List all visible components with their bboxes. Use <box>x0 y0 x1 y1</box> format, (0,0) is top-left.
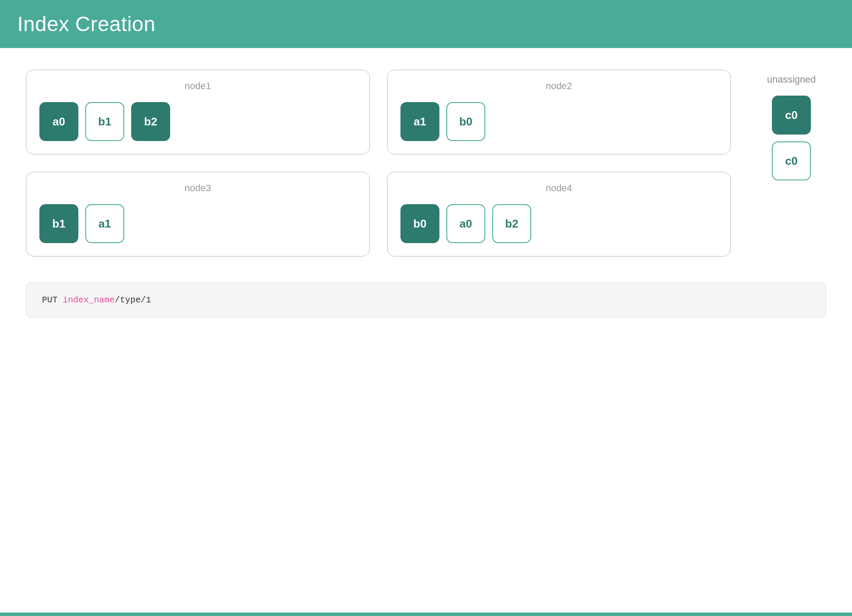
node-title-node4: node4 <box>400 183 717 194</box>
shards-area-node2: a1b0 <box>400 102 717 141</box>
shard-node4-a0[interactable]: a0 <box>446 204 485 243</box>
shard-node3-b1[interactable]: b1 <box>39 204 78 243</box>
shards-area-node3: b1a1 <box>39 204 356 243</box>
unassigned-title: unassigned <box>767 74 816 85</box>
bottom-bar <box>0 613 852 616</box>
unassigned-section: unassigned c0c0 <box>757 70 826 180</box>
shards-area-node4: b0a0b2 <box>400 204 717 243</box>
node-node1: node1a0b1b2 <box>26 70 370 154</box>
shard-node2-b0[interactable]: b0 <box>446 102 485 141</box>
node-title-node2: node2 <box>400 80 717 92</box>
node-title-node3: node3 <box>39 183 356 194</box>
shard-node3-a1[interactable]: a1 <box>85 204 124 243</box>
code-block: PUT index_name/type/1 <box>26 282 826 318</box>
code-put-prefix: PUT <box>42 295 63 305</box>
node-node3: node3b1a1 <box>26 172 370 257</box>
shard-node1-a0[interactable]: a0 <box>39 102 78 141</box>
node-title-node1: node1 <box>39 80 356 92</box>
node-node2: node2a1b0 <box>387 70 731 154</box>
shard-node4-b0[interactable]: b0 <box>400 204 439 243</box>
shard-node1-b2[interactable]: b2 <box>131 102 170 141</box>
shard-node4-b2[interactable]: b2 <box>492 204 531 243</box>
page-header: Index Creation <box>0 0 852 48</box>
node-node4: node4b0a0b2 <box>387 172 731 257</box>
unassigned-shard-1[interactable]: c0 <box>772 141 811 180</box>
shards-area-node1: a0b1b2 <box>39 102 356 141</box>
code-suffix: /type/1 <box>115 295 151 305</box>
unassigned-shards: c0c0 <box>772 96 811 180</box>
shard-node2-a1[interactable]: a1 <box>400 102 439 141</box>
code-index-name: index_name <box>63 295 115 305</box>
nodes-grid: node1a0b1b2node2a1b0node3b1a1node4b0a0b2 <box>26 70 731 257</box>
shard-node1-b1[interactable]: b1 <box>85 102 124 141</box>
page-title: Index Creation <box>17 12 835 36</box>
main-content: node1a0b1b2node2a1b0node3b1a1node4b0a0b2… <box>0 48 852 270</box>
unassigned-shard-0[interactable]: c0 <box>772 96 811 135</box>
